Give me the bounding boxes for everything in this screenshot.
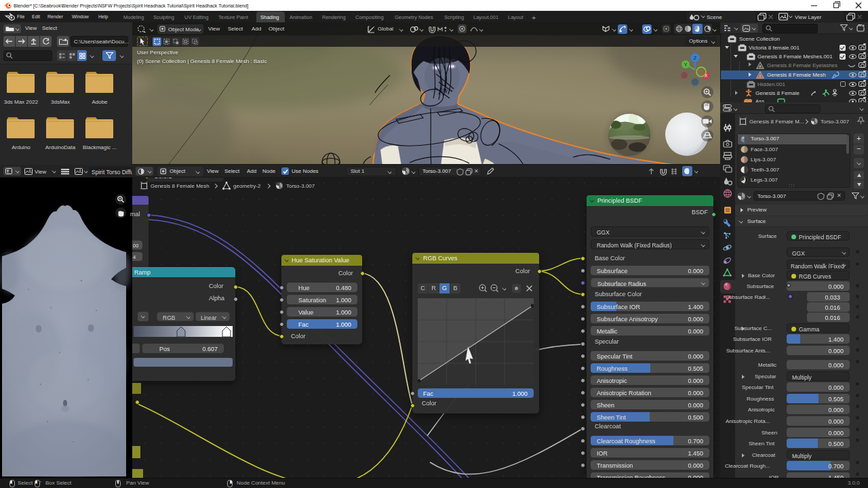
svg-text:Z: Z: [694, 56, 697, 60]
svg-text:Y: Y: [684, 62, 688, 67]
